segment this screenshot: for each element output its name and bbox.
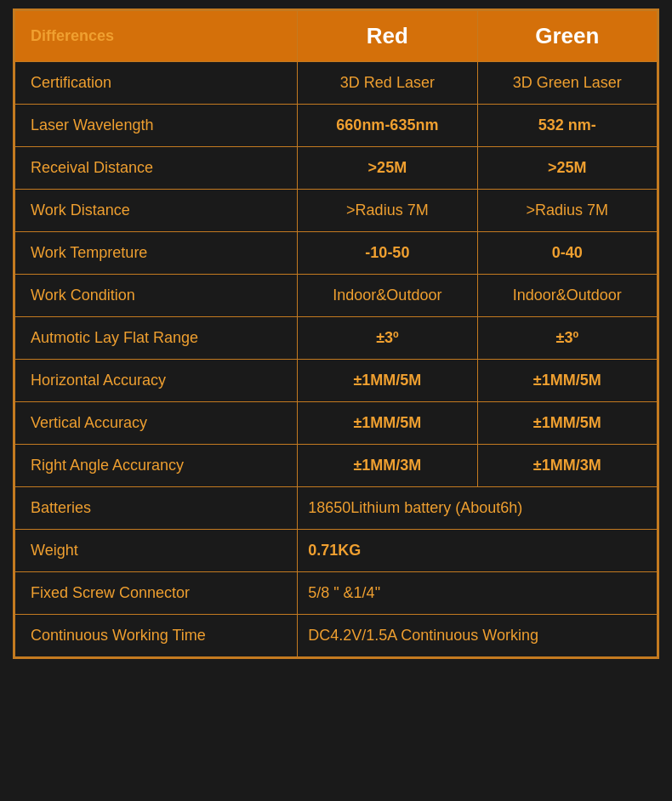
row-label: Certification xyxy=(15,62,298,105)
row-label: Work Distance xyxy=(15,190,298,232)
row-red-value: >Radius 7M xyxy=(298,190,477,232)
row-value: 18650Lithium battery (About6h) xyxy=(298,487,658,530)
row-value: 5/8 " &1/4" xyxy=(298,572,658,615)
table-row: Fixed Screw Connector5/8 " &1/4" xyxy=(15,572,658,615)
table-row: Batteries18650Lithium battery (About6h) xyxy=(15,487,658,530)
row-label: Autmotic Lay Flat Range xyxy=(15,317,298,360)
table-row: Right Angle Accurancy±1MM/3M±1MM/3M xyxy=(15,445,658,487)
row-value: 0.71KG xyxy=(298,530,658,572)
table-row: Vertical Accuracy±1MM/5M±1MM/5M xyxy=(15,402,658,445)
table-row: Work Distance>Radius 7M>Radius 7M xyxy=(15,190,658,232)
row-label: Work Tempreture xyxy=(15,232,298,275)
row-label: Laser Wavelength xyxy=(15,105,298,147)
row-label: Vertical Accuracy xyxy=(15,402,298,445)
table-row: Weight0.71KG xyxy=(15,530,658,572)
row-label: Work Condition xyxy=(15,275,298,317)
table-row: Continuous Working TimeDC4.2V/1.5A Conti… xyxy=(15,615,658,657)
header-differences: Differences xyxy=(15,11,298,62)
row-green-value: 532 nm- xyxy=(477,105,657,147)
row-green-value: Indoor&Outdoor xyxy=(477,275,657,317)
table-row: Laser Wavelength660nm-635nm532 nm- xyxy=(15,105,658,147)
row-label: Batteries xyxy=(15,487,298,530)
row-red-value: >25M xyxy=(298,147,477,190)
row-green-value: ±1MM/5M xyxy=(477,360,657,402)
row-red-value: ±1MM/5M xyxy=(298,360,477,402)
row-red-value: ±1MM/5M xyxy=(298,402,477,445)
comparison-table: Differences Red Green Certification3D Re… xyxy=(13,9,659,659)
row-red-value: -10-50 xyxy=(298,232,477,275)
row-label: Continuous Working Time xyxy=(15,615,298,657)
header-green: Green xyxy=(477,11,657,62)
row-green-value: >Radius 7M xyxy=(477,190,657,232)
row-red-value: ±3º xyxy=(298,317,477,360)
row-label: Horizontal Accuracy xyxy=(15,360,298,402)
header-red: Red xyxy=(298,11,477,62)
table-row: Horizontal Accuracy±1MM/5M±1MM/5M xyxy=(15,360,658,402)
row-green-value: ±3º xyxy=(477,317,657,360)
row-red-value: 3D Red Laser xyxy=(298,62,477,105)
row-red-value: Indoor&Outdoor xyxy=(298,275,477,317)
row-red-value: ±1MM/3M xyxy=(298,445,477,487)
row-green-value: >25M xyxy=(477,147,657,190)
table-row: Work ConditionIndoor&OutdoorIndoor&Outdo… xyxy=(15,275,658,317)
row-value: DC4.2V/1.5A Continuous Working xyxy=(298,615,658,657)
row-label: Right Angle Accurancy xyxy=(15,445,298,487)
table-row: Receival Distance>25M>25M xyxy=(15,147,658,190)
row-label: Weight xyxy=(15,530,298,572)
table-row: Work Tempreture-10-500-40 xyxy=(15,232,658,275)
row-label: Fixed Screw Connector xyxy=(15,572,298,615)
row-green-value: 0-40 xyxy=(477,232,657,275)
row-label: Receival Distance xyxy=(15,147,298,190)
row-green-value: 3D Green Laser xyxy=(477,62,657,105)
row-green-value: ±1MM/3M xyxy=(477,445,657,487)
table-row: Autmotic Lay Flat Range±3º±3º xyxy=(15,317,658,360)
row-green-value: ±1MM/5M xyxy=(477,402,657,445)
row-red-value: 660nm-635nm xyxy=(298,105,477,147)
table-row: Certification3D Red Laser3D Green Laser xyxy=(15,62,658,105)
